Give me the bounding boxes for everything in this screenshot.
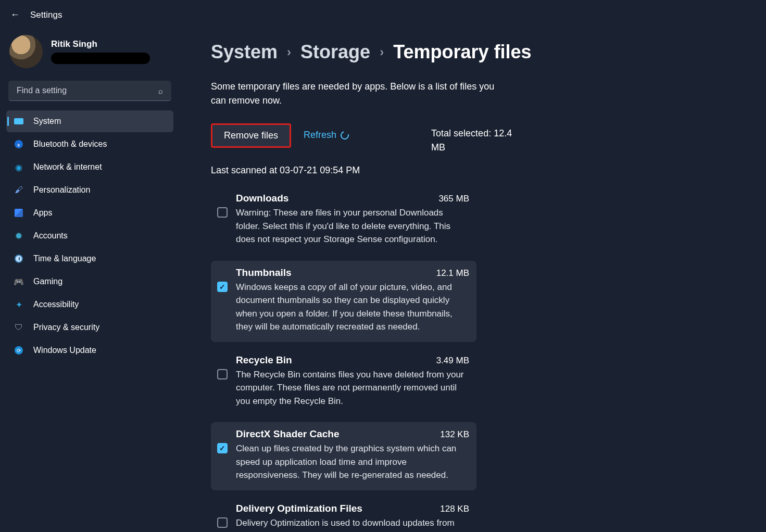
brush-icon: 🖌 (14, 185, 24, 195)
file-description: The Recycle Bin contains files you have … (236, 368, 469, 408)
sidebar-item-privacy-security[interactable]: 🛡Privacy & security (6, 316, 173, 338)
file-checkbox[interactable] (217, 517, 228, 528)
sidebar-item-windows-update[interactable]: ⟳Windows Update (6, 339, 173, 361)
sidebar-item-accounts[interactable]: Accounts (6, 225, 173, 247)
gamepad-icon: 🎮 (14, 276, 24, 287)
sidebar-item-label: Windows Update (33, 346, 96, 355)
accessibility-icon: ✦ (14, 299, 24, 310)
clock-icon (14, 254, 24, 264)
system-icon (14, 116, 24, 126)
file-name: Thumbnails (236, 267, 292, 278)
search-input[interactable] (17, 86, 158, 95)
file-name: Recycle Bin (236, 354, 292, 366)
sidebar-item-accessibility[interactable]: ✦Accessibility (6, 294, 173, 315)
sidebar-item-apps[interactable]: Apps (6, 202, 173, 224)
avatar (9, 35, 43, 68)
file-description: Delivery Optimization is used to downloa… (236, 516, 469, 533)
file-size: 365 MB (438, 194, 469, 204)
sidebar-item-gaming[interactable]: 🎮Gaming (6, 271, 173, 293)
refresh-label: Refresh (304, 130, 336, 141)
sidebar-item-personalization[interactable]: 🖌Personalization (6, 179, 173, 201)
app-title: Settings (30, 10, 62, 20)
remove-files-button[interactable]: Remove files (211, 123, 291, 148)
sidebar-item-label: Gaming (33, 277, 62, 286)
file-item-directx-shader-cache[interactable]: DirectX Shader Cache132 KBClean up files… (211, 422, 476, 490)
sidebar-item-label: Accounts (33, 231, 68, 240)
file-name: Downloads (236, 193, 288, 204)
file-description: Warning: These are files in your persona… (236, 206, 469, 246)
sidebar-item-label: Apps (33, 208, 52, 218)
main-content: System › Storage › Temporary files Some … (180, 26, 766, 532)
sidebar-item-network-internet[interactable]: ◉Network & internet (6, 156, 173, 178)
file-description: Windows keeps a copy of all of your pict… (236, 281, 469, 334)
search-icon: ⌕ (158, 86, 163, 95)
account-icon (14, 231, 24, 241)
sidebar-item-label: Time & language (33, 254, 96, 263)
update-icon: ⟳ (14, 345, 24, 356)
file-item-recycle-bin[interactable]: Recycle Bin3.49 MBThe Recycle Bin contai… (211, 348, 476, 416)
page-description: Some temporary files are needed by apps.… (211, 80, 503, 108)
temp-files-list: Downloads365 MBWarning: These are files … (211, 186, 476, 532)
sidebar-item-label: Accessibility (33, 300, 79, 309)
sidebar-item-label: Personalization (33, 185, 90, 195)
file-checkbox[interactable] (217, 282, 228, 292)
file-size: 3.49 MB (436, 356, 469, 366)
last-scanned-label: Last scanned at 03-07-21 09:54 PM (211, 165, 745, 176)
refresh-button[interactable]: Refresh (304, 123, 349, 141)
breadcrumb-current: Temporary files (393, 41, 531, 63)
file-size: 12.1 MB (436, 268, 469, 278)
file-item-downloads[interactable]: Downloads365 MBWarning: These are files … (211, 186, 476, 255)
bluetooth-icon: ⁎ (14, 139, 24, 149)
file-description: Clean up files created by the graphics s… (236, 442, 469, 482)
shield-icon: 🛡 (14, 322, 24, 333)
breadcrumb-system[interactable]: System (211, 41, 278, 63)
file-size: 132 KB (440, 429, 469, 440)
breadcrumb-storage[interactable]: Storage (300, 41, 370, 63)
back-icon[interactable]: ← (10, 9, 20, 20)
chevron-right-icon: › (380, 45, 384, 59)
sidebar-item-bluetooth-devices[interactable]: ⁎Bluetooth & devices (6, 133, 173, 155)
sidebar-item-label: Bluetooth & devices (33, 140, 107, 149)
refresh-icon (339, 130, 350, 141)
file-name: DirectX Shader Cache (236, 428, 340, 440)
file-checkbox[interactable] (217, 443, 228, 453)
file-checkbox[interactable] (217, 207, 228, 218)
sidebar-item-time-language[interactable]: Time & language (6, 248, 173, 270)
profile-name: Ritik Singh (51, 39, 150, 49)
chevron-right-icon: › (287, 45, 291, 59)
sidebar-item-label: Privacy & security (33, 323, 99, 332)
sidebar-item-label: Network & internet (33, 162, 102, 172)
file-item-thumbnails[interactable]: Thumbnails12.1 MBWindows keeps a copy of… (211, 261, 476, 342)
total-selected-label: Total selected: 12.4 MB (431, 123, 520, 155)
sidebar: Ritik Singh ⌕ System⁎Bluetooth & devices… (0, 26, 180, 532)
file-checkbox[interactable] (217, 369, 228, 379)
wifi-icon: ◉ (14, 162, 24, 172)
file-item-delivery-optimization-files[interactable]: Delivery Optimization Files128 KBDeliver… (211, 497, 476, 533)
apps-icon (14, 208, 24, 218)
search-box[interactable]: ⌕ (8, 81, 171, 101)
sidebar-item-system[interactable]: System (6, 110, 173, 132)
file-name: Delivery Optimization Files (236, 503, 362, 514)
sidebar-item-label: System (33, 117, 61, 126)
profile-email-redacted (51, 53, 150, 64)
breadcrumb: System › Storage › Temporary files (211, 41, 745, 63)
file-size: 128 KB (440, 504, 469, 514)
profile-block[interactable]: Ritik Singh (6, 31, 173, 78)
